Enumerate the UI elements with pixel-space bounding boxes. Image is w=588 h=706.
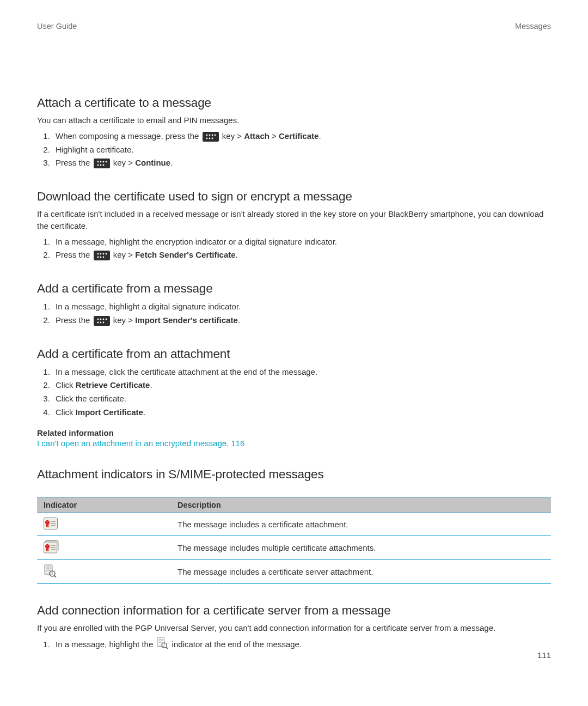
s3-step1: In a message, highlight a digital signat… <box>52 300 551 314</box>
svg-point-1 <box>206 137 207 139</box>
svg-point-2 <box>209 134 210 136</box>
related-heading: Related information <box>37 428 551 437</box>
svg-point-17 <box>100 257 101 258</box>
s1-step3: Press the key > Continue. <box>52 156 551 170</box>
svg-line-44 <box>54 575 57 577</box>
svg-point-29 <box>46 520 50 524</box>
heading-add-from-message: Add a certificate from a message <box>37 282 551 296</box>
table-row: The message includes a certificate serve… <box>37 559 551 583</box>
table-row: The message includes a certificate attac… <box>37 513 551 535</box>
bb-menu-key-icon <box>94 159 110 168</box>
s2-step2: Press the key > Fetch Sender's Certifica… <box>52 248 551 262</box>
svg-point-25 <box>102 318 104 320</box>
s3-step2: Press the key > Import Sender's certific… <box>52 314 551 327</box>
table-row: The message includes multiple certificat… <box>37 535 551 559</box>
svg-point-3 <box>209 137 210 139</box>
svg-point-26 <box>102 321 104 323</box>
bb-menu-key-icon <box>203 132 219 142</box>
svg-point-21 <box>97 318 99 320</box>
svg-point-4 <box>211 134 213 136</box>
s1-step2: Highlight a certificate. <box>52 143 551 157</box>
heading-attach-certificate: Attach a certificate to a message <box>37 96 551 110</box>
row3-desc: The message includes a certificate serve… <box>171 559 551 583</box>
svg-point-10 <box>100 165 101 166</box>
svg-point-0 <box>206 134 207 136</box>
svg-line-50 <box>166 647 168 649</box>
svg-point-5 <box>211 137 213 139</box>
svg-point-27 <box>105 318 107 320</box>
svg-point-19 <box>102 257 104 258</box>
intro-attach: You can attach a certificate to email an… <box>37 114 551 126</box>
intro-download: If a certificate isn't included in a rec… <box>37 208 551 232</box>
svg-point-6 <box>214 134 216 136</box>
svg-point-8 <box>97 165 99 166</box>
s4-step3: Click the certificate. <box>52 392 551 406</box>
header-right: Messages <box>515 22 551 31</box>
header-left: User Guide <box>37 22 77 31</box>
svg-point-13 <box>105 161 107 163</box>
svg-point-12 <box>102 165 104 166</box>
svg-point-24 <box>100 321 101 323</box>
related-link[interactable]: I can't open an attachment in an encrypt… <box>37 439 551 448</box>
s4-step1: In a message, click the certificate atta… <box>52 366 551 379</box>
svg-point-7 <box>97 161 99 163</box>
page-number: 111 <box>537 650 551 660</box>
intro-connection: If you are enrolled with the PGP Univers… <box>37 622 551 634</box>
s2-step1: In a message, highlight the encryption i… <box>52 235 551 249</box>
heading-download-certificate: Download the certificate used to sign or… <box>37 190 551 204</box>
svg-rect-39 <box>45 565 52 575</box>
svg-point-15 <box>97 257 99 258</box>
s4-step4: Click Import Certificate. <box>52 406 551 419</box>
th-indicator: Indicator <box>37 497 171 513</box>
svg-point-23 <box>100 318 101 320</box>
heading-add-connection-info: Add connection information for a certifi… <box>37 604 551 618</box>
svg-point-18 <box>102 253 104 255</box>
svg-point-16 <box>100 253 101 255</box>
certificate-multiple-icon <box>44 540 59 555</box>
svg-point-14 <box>97 253 99 255</box>
svg-point-11 <box>102 161 104 163</box>
bb-menu-key-icon <box>94 316 110 326</box>
s1-step1: When composing a message, press the key … <box>52 130 551 143</box>
svg-point-9 <box>100 161 101 163</box>
row1-desc: The message includes a certificate attac… <box>171 513 551 535</box>
indicator-table: Indicator Description <box>37 497 551 584</box>
svg-rect-45 <box>157 637 164 647</box>
s6-step1: In a message, highlight the indicator at… <box>52 637 551 653</box>
th-description: Description <box>171 497 551 513</box>
svg-point-35 <box>46 544 50 548</box>
heading-indicators: Attachment indicators in S/MIME-protecte… <box>37 467 551 482</box>
certificate-server-icon <box>44 564 57 579</box>
s4-step2: Click Retrieve Certificate. <box>52 379 551 392</box>
certificate-single-icon <box>44 518 58 531</box>
heading-add-from-attachment: Add a certificate from an attachment <box>37 347 551 361</box>
svg-point-22 <box>97 321 99 323</box>
certificate-server-icon <box>156 637 168 653</box>
svg-point-20 <box>105 253 107 255</box>
row2-desc: The message includes multiple certificat… <box>171 535 551 559</box>
bb-menu-key-icon <box>94 251 110 260</box>
